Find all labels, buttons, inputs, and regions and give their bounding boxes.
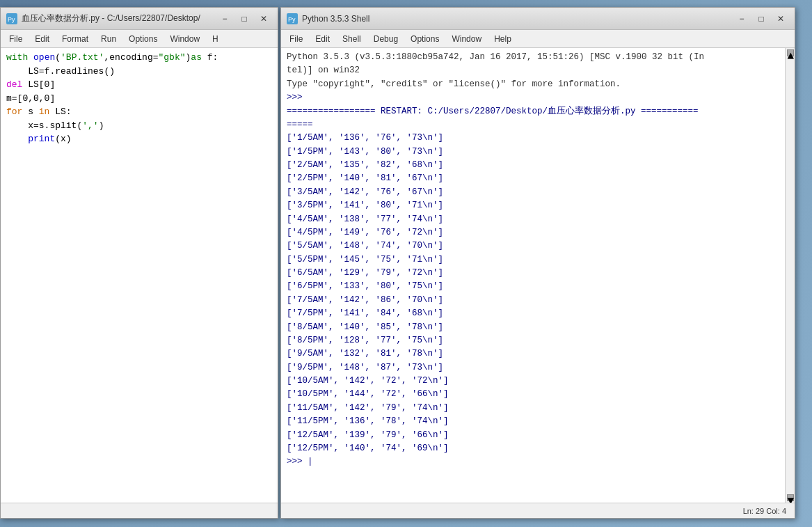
data-line-21: ['11/5AM', '142', '79', '74\n'] <box>287 402 779 415</box>
editor-statusbar <box>1 503 278 518</box>
data-line-13: ['7/5AM', '142', '86', '70\n'] <box>287 294 779 307</box>
shell-status-text: Ln: 29 Col: 4 <box>743 507 786 515</box>
editor-window: Py 血压心率数据分析.py - C:/Users/22807/Desktop/… <box>0 7 278 519</box>
data-line-8: ['4/5PM', '149', '76', '72\n'] <box>287 226 779 239</box>
data-line-16: ['8/5PM', '128', '77', '75\n'] <box>287 334 779 347</box>
data-line-17: ['9/5AM', '132', '81', '78\n'] <box>287 347 779 361</box>
data-line-24: ['12/5PM', '140', '74', '69\n'] <box>287 442 779 455</box>
data-line-11: ['6/5AM', '129', '79', '72\n'] <box>287 267 779 280</box>
code-line-4: m=[0,0,0] <box>6 92 272 106</box>
data-line-7: ['4/5AM', '138', '77', '74\n'] <box>287 213 779 226</box>
editor-menu-window[interactable]: Window <box>164 33 205 45</box>
data-line-2: ['1/5PM', '143', '80', '73\n'] <box>287 145 779 159</box>
data-line-22: ['11/5PM', '136', '78', '74\n'] <box>287 415 779 428</box>
shell-title: Python 3.5.3 Shell <box>302 14 729 24</box>
data-line-15: ['8/5AM', '140', '85', '78\n'] <box>287 321 779 334</box>
editor-minimize-button[interactable]: − <box>216 11 233 26</box>
code-line-5: for s in LS: <box>6 105 272 119</box>
shell-maximize-button[interactable]: □ <box>753 11 770 26</box>
editor-menubar: File Edit Format Run Options Window H <box>1 30 278 48</box>
shell-menu-debug[interactable]: Debug <box>368 33 404 45</box>
shell-scrollbar[interactable]: ▲ ▼ <box>785 48 795 503</box>
editor-menu-edit[interactable]: Edit <box>29 33 55 45</box>
data-line-19: ['10/5AM', '142', '72', '72\n'] <box>287 375 779 388</box>
editor-menu-format[interactable]: Format <box>56 33 94 45</box>
shell-menubar: File Edit Shell Debug Options Window Hel… <box>281 30 795 48</box>
code-line-2: LS=f.readlines() <box>6 65 272 79</box>
shell-menu-file[interactable]: File <box>284 33 308 45</box>
shell-menu-edit[interactable]: Edit <box>310 33 335 45</box>
data-line-4: ['2/5PM', '140', '81', '67\n'] <box>287 172 779 185</box>
shell-menu-shell[interactable]: Shell <box>337 33 367 45</box>
editor-content[interactable]: with open('BP.txt',encoding="gbk")as f: … <box>1 48 278 503</box>
shell-version-line: Python 3.5.3 (v3.5.3:1880cb95a742, Jan 1… <box>287 51 779 64</box>
shell-titlebar: Py Python 3.5.3 Shell − □ ✕ <box>281 8 795 30</box>
data-line-3: ['2/5AM', '135', '82', '68\n'] <box>287 159 779 172</box>
desktop: Py 血压心率数据分析.py - C:/Users/22807/Desktop/… <box>0 0 812 527</box>
editor-menu-h[interactable]: H <box>207 33 224 45</box>
shell-window: Py Python 3.5.3 Shell − □ ✕ File Edit Sh… <box>280 7 795 519</box>
code-line-7: print(x) <box>6 132 272 146</box>
code-line-3: del LS[0] <box>6 78 272 92</box>
data-line-12: ['6/5PM', '133', '80', '75\n'] <box>287 280 779 293</box>
data-line-23: ['12/5AM', '139', '79', '66\n'] <box>287 429 779 442</box>
data-line-18: ['9/5PM', '148', '87', '73\n'] <box>287 361 779 375</box>
shell-icon: Py <box>287 13 298 24</box>
shell-minimize-button[interactable]: − <box>733 11 750 26</box>
editor-menu-run[interactable]: Run <box>95 33 122 45</box>
scrollbar-down-arrow[interactable]: ▼ <box>787 494 794 501</box>
editor-window-controls: − □ ✕ <box>216 11 272 26</box>
shell-menu-help[interactable]: Help <box>488 33 517 45</box>
shell-body: Python 3.5.3 (v3.5.3:1880cb95a742, Jan 1… <box>281 48 795 503</box>
shell-statusbar: Ln: 29 Col: 4 <box>281 503 795 518</box>
shell-final-prompt: >>> | <box>287 455 779 469</box>
shell-version-line2: tel)] on win32 <box>287 64 779 77</box>
shell-restart-line2: ===== <box>287 118 779 132</box>
shell-prompt1: >>> <box>287 91 779 104</box>
editor-close-button[interactable]: ✕ <box>255 11 272 26</box>
svg-text:Py: Py <box>8 16 15 23</box>
code-line-6: x=s.split(',') <box>6 119 272 133</box>
data-line-20: ['10/5PM', '144', '72', '66\n'] <box>287 388 779 401</box>
shell-close-button[interactable]: ✕ <box>772 11 789 26</box>
svg-text:Py: Py <box>288 16 296 23</box>
data-line-6: ['3/5PM', '141', '80', '71\n'] <box>287 199 779 212</box>
editor-menu-options[interactable]: Options <box>123 33 163 45</box>
data-line-1: ['1/5AM', '136', '76', '73\n'] <box>287 132 779 145</box>
shell-restart-line: ================= RESTART: C:/Users/2280… <box>287 105 779 118</box>
shell-menu-window[interactable]: Window <box>446 33 487 45</box>
editor-titlebar: Py 血压心率数据分析.py - C:/Users/22807/Desktop/… <box>1 8 278 30</box>
editor-maximize-button[interactable]: □ <box>236 11 253 26</box>
data-line-10: ['5/5PM', '145', '75', '71\n'] <box>287 253 779 267</box>
editor-title: 血压心率数据分析.py - C:/Users/22807/Desktop/ <box>22 13 212 24</box>
editor-icon: Py <box>6 13 17 24</box>
data-line-9: ['5/5AM', '148', '74', '70\n'] <box>287 239 779 253</box>
shell-menu-options[interactable]: Options <box>405 33 445 45</box>
code-line-1: with open('BP.txt',encoding="gbk")as f: <box>6 51 272 65</box>
data-line-14: ['7/5PM', '141', '84', '68\n'] <box>287 307 779 320</box>
scrollbar-up-arrow[interactable]: ▲ <box>787 49 794 56</box>
editor-menu-file[interactable]: File <box>3 33 28 45</box>
data-line-5: ['3/5AM', '142', '76', '67\n'] <box>287 186 779 199</box>
shell-output[interactable]: Python 3.5.3 (v3.5.3:1880cb95a742, Jan 1… <box>281 48 785 503</box>
shell-window-controls: − □ ✕ <box>733 11 789 26</box>
shell-info-line: Type "copyright", "credits" or "license(… <box>287 78 779 91</box>
